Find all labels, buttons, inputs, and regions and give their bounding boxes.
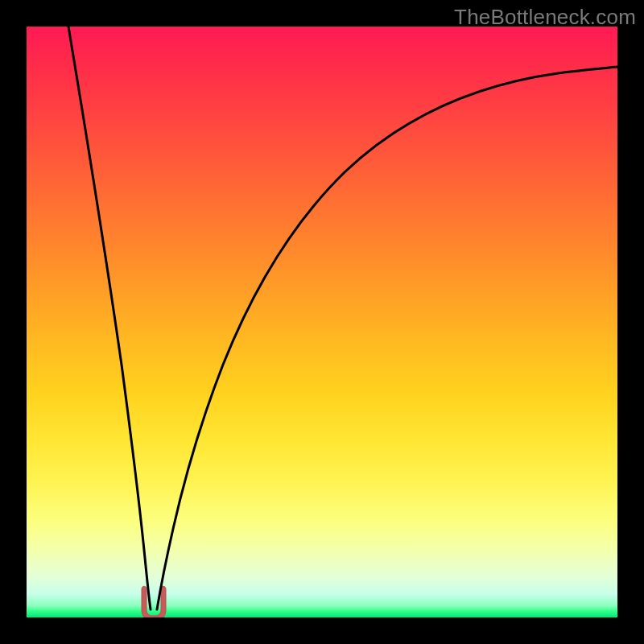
- plot-area: [27, 27, 617, 617]
- trough-marker: [142, 586, 166, 617]
- bottleneck-curve-left: [68, 27, 151, 609]
- curve-layer: [27, 27, 617, 617]
- watermark-text: TheBottleneck.com: [454, 5, 636, 30]
- chart-stage: TheBottleneck.com: [0, 0, 644, 644]
- bottleneck-curve-right: [157, 67, 617, 609]
